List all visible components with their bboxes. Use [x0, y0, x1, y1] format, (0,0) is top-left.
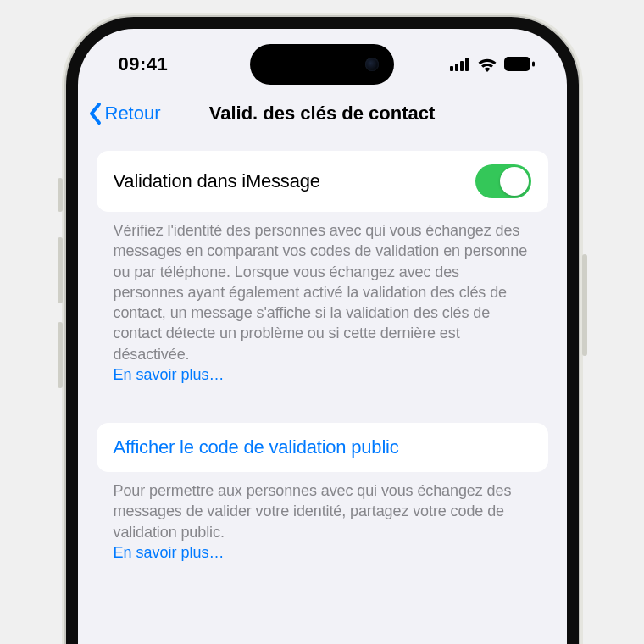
imessage-validation-label: Validation dans iMessage: [114, 170, 320, 192]
public-code-footer: Pour permettre aux personnes avec qui vo…: [97, 472, 548, 542]
nav-bar: Retour Valid. des clés de contact: [78, 90, 567, 137]
battery-icon: [504, 57, 535, 72]
power-button: [582, 254, 587, 356]
learn-more-link-1[interactable]: En savoir plus…: [97, 364, 548, 401]
show-public-code-cell[interactable]: Afficher le code de validation public: [97, 423, 548, 472]
svg-rect-3: [465, 58, 469, 71]
screen: 09:41: [78, 29, 567, 644]
chevron-left-icon: [88, 102, 102, 125]
svg-rect-4: [504, 57, 530, 71]
dynamic-island: [250, 44, 394, 85]
show-public-code-label: Afficher le code de validation public: [114, 436, 531, 458]
svg-rect-1: [455, 64, 458, 71]
toggle-knob: [500, 167, 529, 196]
wifi-icon: [477, 57, 497, 72]
side-button: [58, 178, 63, 212]
imessage-validation-footer: Vérifiez l'identité des personnes avec q…: [97, 212, 548, 364]
back-label: Retour: [105, 103, 161, 125]
volume-up-button: [58, 237, 63, 303]
svg-rect-2: [460, 61, 464, 71]
content: Validation dans iMessage Vérifiez l'iden…: [78, 137, 567, 579]
status-time: 09:41: [119, 53, 169, 75]
phone-frame: 09:41: [66, 17, 579, 644]
spacer: [97, 401, 548, 423]
status-icons: [450, 57, 535, 72]
imessage-validation-cell: Validation dans iMessage: [97, 151, 548, 212]
svg-rect-5: [532, 62, 535, 67]
svg-rect-0: [450, 66, 453, 71]
front-camera: [365, 58, 379, 71]
learn-more-link-2[interactable]: En savoir plus…: [97, 542, 548, 579]
back-button[interactable]: Retour: [88, 102, 161, 125]
volume-down-button: [58, 322, 63, 388]
imessage-validation-toggle[interactable]: [475, 164, 531, 198]
cellular-icon: [450, 58, 470, 71]
image-container: 09:41: [0, 0, 644, 644]
